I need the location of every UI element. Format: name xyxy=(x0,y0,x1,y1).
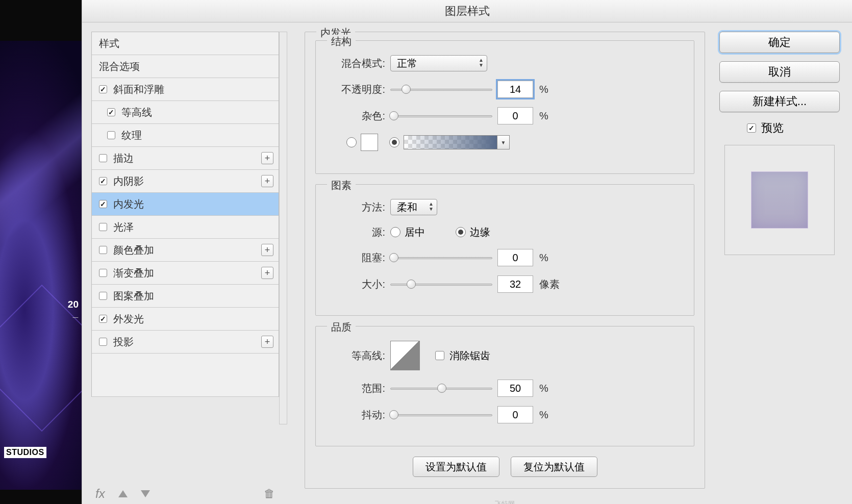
style-row-drop-shadow[interactable]: 投影+ xyxy=(92,331,279,354)
trash-icon[interactable]: 🗑 xyxy=(264,487,275,500)
source-edge-radio[interactable] xyxy=(456,227,466,237)
range-label: 范围: xyxy=(329,382,385,395)
gradient-bar[interactable] xyxy=(404,135,497,149)
blending-options-row[interactable]: 混合选项 xyxy=(92,55,279,78)
jitter-slider[interactable] xyxy=(390,411,492,418)
cancel-button[interactable]: 取消 xyxy=(719,61,840,83)
style-list: 样式 混合选项 斜面和浮雕 等高线 纹理 描边+ 内阴影+ 内发光 光泽 颜色叠… xyxy=(91,32,279,397)
style-row-texture[interactable]: 纹理 xyxy=(92,124,279,147)
noise-input[interactable] xyxy=(497,107,533,124)
choke-label: 阻塞: xyxy=(329,251,385,265)
style-row-outer-glow[interactable]: 外发光 xyxy=(92,308,279,331)
style-row-inner-shadow[interactable]: 内阴影+ xyxy=(92,170,279,193)
style-row-satin[interactable]: 光泽 xyxy=(92,216,279,239)
checkbox-inner-shadow[interactable] xyxy=(99,177,107,185)
ok-button[interactable]: 确定 xyxy=(719,32,840,53)
preview-box xyxy=(724,145,835,255)
range-slider[interactable] xyxy=(390,385,492,392)
style-row-bevel[interactable]: 斜面和浮雕 xyxy=(92,78,279,101)
range-unit: % xyxy=(539,383,548,394)
opacity-slider[interactable] xyxy=(390,86,492,93)
style-row-inner-glow[interactable]: 内发光 xyxy=(92,193,279,216)
inner-glow-panel: 内发光 结构 混合模式: 正常▲▼ 不透明度: % 杂色: xyxy=(305,32,705,489)
contour-picker[interactable] xyxy=(390,341,420,370)
new-style-button[interactable]: 新建样式... xyxy=(719,91,840,112)
select-arrows-icon: ▲▼ xyxy=(429,201,434,212)
style-row-pattern-overlay[interactable]: 图案叠加 xyxy=(92,285,279,308)
technique-select[interactable]: 柔和▲▼ xyxy=(390,199,437,215)
checkbox-color-overlay[interactable] xyxy=(99,246,107,254)
color-solid-radio[interactable] xyxy=(346,137,357,147)
quality-legend: 品质 xyxy=(327,320,356,334)
checkbox-bevel[interactable] xyxy=(99,85,107,93)
gradient-dropdown-icon[interactable]: ▼ xyxy=(497,135,510,149)
checkbox-stroke[interactable] xyxy=(99,154,107,162)
select-arrows-icon: ▲▼ xyxy=(479,58,484,68)
noise-unit: % xyxy=(539,110,548,122)
blend-mode-label: 混合模式: xyxy=(329,57,385,70)
style-list-header[interactable]: 样式 xyxy=(92,32,279,55)
set-default-button[interactable]: 设置为默认值 xyxy=(413,457,499,477)
fx-icon[interactable]: fx xyxy=(95,487,105,501)
move-up-icon[interactable] xyxy=(118,490,128,497)
source-label: 源: xyxy=(329,225,385,239)
source-center-radio[interactable] xyxy=(390,227,400,237)
bg-year: 20 xyxy=(68,299,79,310)
style-row-contour[interactable]: 等高线 xyxy=(92,101,279,124)
technique-label: 方法: xyxy=(329,200,385,214)
jitter-label: 抖动: xyxy=(329,408,385,422)
checkbox-inner-glow[interactable] xyxy=(99,200,107,208)
style-label: 外发光 xyxy=(113,312,144,326)
source-center-label: 居中 xyxy=(405,225,425,239)
add-inner-shadow-icon[interactable]: + xyxy=(261,175,273,187)
style-label: 等高线 xyxy=(121,106,152,119)
antialias-checkbox[interactable] xyxy=(435,351,444,360)
opacity-input[interactable] xyxy=(497,81,533,98)
style-row-color-overlay[interactable]: 颜色叠加+ xyxy=(92,239,279,262)
noise-slider[interactable] xyxy=(390,112,492,119)
checkbox-gradient-overlay[interactable] xyxy=(99,269,107,277)
style-label: 光泽 xyxy=(113,220,134,234)
choke-slider[interactable] xyxy=(390,254,492,261)
checkbox-outer-glow[interactable] xyxy=(99,315,107,323)
checkbox-texture[interactable] xyxy=(107,131,115,139)
style-label: 图案叠加 xyxy=(113,289,154,303)
style-list-column: 样式 混合选项 斜面和浮雕 等高线 纹理 描边+ 内阴影+ 内发光 光泽 颜色叠… xyxy=(82,22,282,504)
reset-default-button[interactable]: 复位为默认值 xyxy=(511,457,597,477)
style-label: 颜色叠加 xyxy=(113,243,154,257)
color-gradient-radio[interactable] xyxy=(389,137,399,147)
size-slider[interactable] xyxy=(390,281,492,288)
size-input[interactable] xyxy=(497,275,533,293)
checkbox-contour[interactable] xyxy=(107,108,115,116)
preview-checkbox[interactable] xyxy=(747,123,756,133)
blend-mode-select[interactable]: 正常▲▼ xyxy=(390,55,487,71)
structure-group: 结构 混合模式: 正常▲▼ 不透明度: % 杂色: xyxy=(315,40,694,174)
range-input[interactable] xyxy=(497,380,533,397)
jitter-input[interactable] xyxy=(497,406,533,423)
style-label: 投影 xyxy=(113,335,134,349)
style-list-filler xyxy=(92,354,279,397)
add-drop-shadow-icon[interactable]: + xyxy=(261,336,273,348)
color-swatch[interactable] xyxy=(361,134,378,151)
style-list-toolbar: fx 🗑 xyxy=(91,484,279,504)
add-stroke-icon[interactable]: + xyxy=(261,152,273,164)
noise-label: 杂色: xyxy=(329,109,385,123)
style-list-header-label: 样式 xyxy=(99,37,119,51)
size-label: 大小: xyxy=(329,278,385,291)
background-artwork: 20 一 STUDIOS xyxy=(0,41,82,490)
style-row-gradient-overlay[interactable]: 渐变叠加+ xyxy=(92,262,279,285)
opacity-unit: % xyxy=(539,84,548,95)
add-color-overlay-icon[interactable]: + xyxy=(261,244,273,256)
move-down-icon[interactable] xyxy=(141,490,150,497)
elements-legend: 图素 xyxy=(327,179,356,192)
add-gradient-overlay-icon[interactable]: + xyxy=(261,267,273,279)
antialias-label: 消除锯齿 xyxy=(449,349,490,363)
style-row-stroke[interactable]: 描边+ xyxy=(92,147,279,170)
checkbox-satin[interactable] xyxy=(99,223,107,231)
bg-sub: 一 xyxy=(72,314,79,322)
checkbox-pattern-overlay[interactable] xyxy=(99,292,107,300)
source-edge-label: 边缘 xyxy=(470,225,490,239)
choke-input[interactable] xyxy=(497,249,533,266)
checkbox-drop-shadow[interactable] xyxy=(99,338,107,346)
choke-unit: % xyxy=(539,252,548,264)
